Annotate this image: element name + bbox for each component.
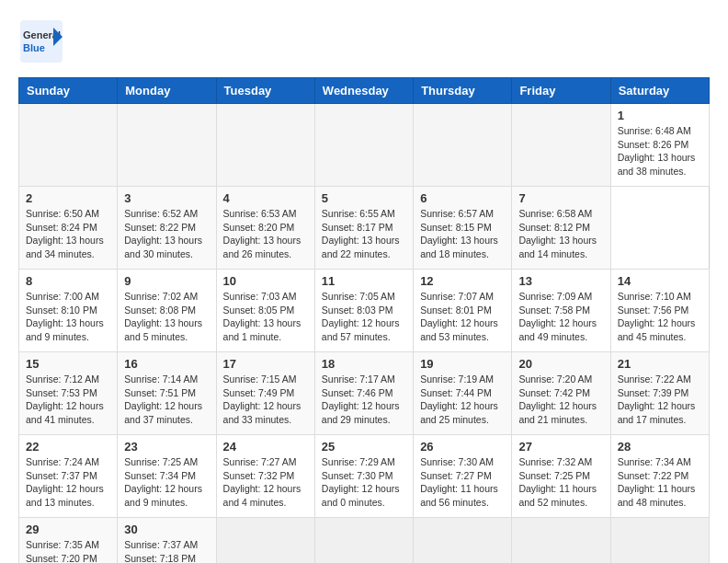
day-info: Sunrise: 7:34 AMSunset: 7:22 PMDaylight:… <box>618 455 702 510</box>
day-info: Sunrise: 7:14 AMSunset: 7:51 PMDaylight:… <box>124 373 209 427</box>
day-number: 21 <box>618 357 702 371</box>
day-cell: 25Sunrise: 7:29 AMSunset: 7:30 PMDayligh… <box>314 435 413 518</box>
day-info: Sunrise: 7:19 AMSunset: 7:44 PMDaylight:… <box>420 373 505 427</box>
day-cell: 16Sunrise: 7:14 AMSunset: 7:51 PMDayligh… <box>118 352 216 435</box>
day-info: Sunrise: 7:10 AMSunset: 7:56 PMDaylight:… <box>618 290 702 344</box>
day-cell: 26Sunrise: 7:30 AMSunset: 7:27 PMDayligh… <box>414 435 512 518</box>
day-cell: 3Sunrise: 6:52 AMSunset: 8:22 PMDaylight… <box>118 187 216 270</box>
day-info: Sunrise: 7:29 AMSunset: 7:30 PMDaylight:… <box>322 455 406 510</box>
day-number: 8 <box>26 274 110 288</box>
day-cell: 29Sunrise: 7:35 AMSunset: 7:20 PMDayligh… <box>19 518 118 564</box>
day-cell: 27Sunrise: 7:32 AMSunset: 7:25 PMDayligh… <box>512 435 610 518</box>
day-info: Sunrise: 7:24 AMSunset: 7:37 PMDaylight:… <box>26 455 110 510</box>
day-cell: 10Sunrise: 7:03 AMSunset: 8:05 PMDayligh… <box>216 270 314 352</box>
day-header-sunday: Sunday <box>19 78 118 104</box>
day-cell: 18Sunrise: 7:17 AMSunset: 7:46 PMDayligh… <box>314 352 413 435</box>
day-cell: 20Sunrise: 7:20 AMSunset: 7:42 PMDayligh… <box>512 352 610 435</box>
day-number: 15 <box>26 357 110 371</box>
day-info: Sunrise: 7:35 AMSunset: 7:20 PMDaylight:… <box>26 538 110 563</box>
calendar-week-row: 1Sunrise: 6:48 AMSunset: 8:26 PMDaylight… <box>19 104 710 187</box>
day-cell: 14Sunrise: 7:10 AMSunset: 7:56 PMDayligh… <box>610 270 709 352</box>
day-number: 3 <box>124 191 209 205</box>
day-number: 18 <box>322 357 406 371</box>
day-info: Sunrise: 6:50 AMSunset: 8:24 PMDaylight:… <box>26 207 110 261</box>
day-cell: 11Sunrise: 7:05 AMSunset: 8:03 PMDayligh… <box>314 270 413 352</box>
svg-text:Blue: Blue <box>23 42 45 53</box>
day-info: Sunrise: 7:12 AMSunset: 7:53 PMDaylight:… <box>26 373 110 427</box>
day-info: Sunrise: 7:15 AMSunset: 7:49 PMDaylight:… <box>223 373 308 427</box>
day-number: 9 <box>124 274 209 288</box>
day-number: 27 <box>518 440 603 454</box>
day-header-wednesday: Wednesday <box>314 78 413 104</box>
day-number: 10 <box>223 274 308 288</box>
day-header-thursday: Thursday <box>414 78 512 104</box>
day-number: 20 <box>518 357 603 371</box>
day-number: 17 <box>223 357 308 371</box>
day-header-friday: Friday <box>512 78 610 104</box>
empty-cell <box>118 104 216 187</box>
day-number: 22 <box>26 440 110 454</box>
day-info: Sunrise: 7:27 AMSunset: 7:32 PMDaylight:… <box>223 455 308 510</box>
day-number: 1 <box>618 109 702 122</box>
day-info: Sunrise: 7:37 AMSunset: 7:18 PMDaylight:… <box>124 538 209 563</box>
day-cell: 19Sunrise: 7:19 AMSunset: 7:44 PMDayligh… <box>414 352 512 435</box>
day-header-monday: Monday <box>118 78 216 104</box>
empty-cell <box>512 104 610 187</box>
day-cell: 23Sunrise: 7:25 AMSunset: 7:34 PMDayligh… <box>118 435 216 518</box>
day-info: Sunrise: 6:53 AMSunset: 8:20 PMDaylight:… <box>223 207 308 261</box>
day-number: 28 <box>618 440 702 454</box>
day-cell: 24Sunrise: 7:27 AMSunset: 7:32 PMDayligh… <box>216 435 314 518</box>
day-number: 7 <box>518 191 603 205</box>
day-info: Sunrise: 6:48 AMSunset: 8:26 PMDaylight:… <box>618 124 702 178</box>
day-cell: 17Sunrise: 7:15 AMSunset: 7:49 PMDayligh… <box>216 352 314 435</box>
day-number: 30 <box>124 523 209 536</box>
calendar-week-row: 15Sunrise: 7:12 AMSunset: 7:53 PMDayligh… <box>19 352 710 435</box>
day-cell: 8Sunrise: 7:00 AMSunset: 8:10 PMDaylight… <box>19 270 118 352</box>
day-cell: 5Sunrise: 6:55 AMSunset: 8:17 PMDaylight… <box>314 187 413 270</box>
day-info: Sunrise: 6:55 AMSunset: 8:17 PMDaylight:… <box>322 207 406 261</box>
day-number: 19 <box>420 357 505 371</box>
day-info: Sunrise: 7:20 AMSunset: 7:42 PMDaylight:… <box>518 373 603 427</box>
day-cell: 15Sunrise: 7:12 AMSunset: 7:53 PMDayligh… <box>19 352 118 435</box>
calendar-week-row: 29Sunrise: 7:35 AMSunset: 7:20 PMDayligh… <box>19 518 710 564</box>
empty-cell <box>610 518 709 564</box>
day-header-tuesday: Tuesday <box>216 78 314 104</box>
empty-cell <box>314 104 413 187</box>
calendar-header: General Blue <box>18 18 710 68</box>
logo-icon: General Blue <box>18 18 64 64</box>
day-cell: 22Sunrise: 7:24 AMSunset: 7:37 PMDayligh… <box>19 435 118 518</box>
day-cell: 21Sunrise: 7:22 AMSunset: 7:39 PMDayligh… <box>610 352 709 435</box>
calendar-week-row: 2Sunrise: 6:50 AMSunset: 8:24 PMDaylight… <box>19 187 710 270</box>
day-number: 14 <box>618 274 702 288</box>
empty-cell <box>314 518 413 564</box>
day-number: 13 <box>518 274 603 288</box>
day-cell: 28Sunrise: 7:34 AMSunset: 7:22 PMDayligh… <box>610 435 709 518</box>
empty-cell <box>216 518 314 564</box>
day-info: Sunrise: 6:58 AMSunset: 8:12 PMDaylight:… <box>518 207 603 261</box>
calendar-week-row: 8Sunrise: 7:00 AMSunset: 8:10 PMDaylight… <box>19 270 710 352</box>
day-info: Sunrise: 7:00 AMSunset: 8:10 PMDaylight:… <box>26 290 110 344</box>
day-info: Sunrise: 6:52 AMSunset: 8:22 PMDaylight:… <box>124 207 209 261</box>
day-number: 16 <box>124 357 209 371</box>
day-cell: 6Sunrise: 6:57 AMSunset: 8:15 PMDaylight… <box>414 187 512 270</box>
day-cell: 12Sunrise: 7:07 AMSunset: 8:01 PMDayligh… <box>414 270 512 352</box>
empty-cell <box>414 104 512 187</box>
day-cell: 2Sunrise: 6:50 AMSunset: 8:24 PMDaylight… <box>19 187 118 270</box>
day-number: 29 <box>26 523 110 536</box>
day-cell: 9Sunrise: 7:02 AMSunset: 8:08 PMDaylight… <box>118 270 216 352</box>
day-info: Sunrise: 7:03 AMSunset: 8:05 PMDaylight:… <box>223 290 308 344</box>
day-number: 2 <box>26 191 110 205</box>
day-number: 23 <box>124 440 209 454</box>
day-info: Sunrise: 7:32 AMSunset: 7:25 PMDaylight:… <box>518 455 603 510</box>
day-cell: 1Sunrise: 6:48 AMSunset: 8:26 PMDaylight… <box>610 104 709 187</box>
calendar-week-row: 22Sunrise: 7:24 AMSunset: 7:37 PMDayligh… <box>19 435 710 518</box>
day-number: 11 <box>322 274 406 288</box>
days-header-row: SundayMondayTuesdayWednesdayThursdayFrid… <box>19 78 710 104</box>
day-number: 12 <box>420 274 505 288</box>
day-number: 26 <box>420 440 505 454</box>
day-number: 25 <box>322 440 406 454</box>
day-info: Sunrise: 7:09 AMSunset: 7:58 PMDaylight:… <box>518 290 603 344</box>
day-number: 6 <box>420 191 505 205</box>
day-number: 5 <box>322 191 406 205</box>
empty-cell <box>512 518 610 564</box>
